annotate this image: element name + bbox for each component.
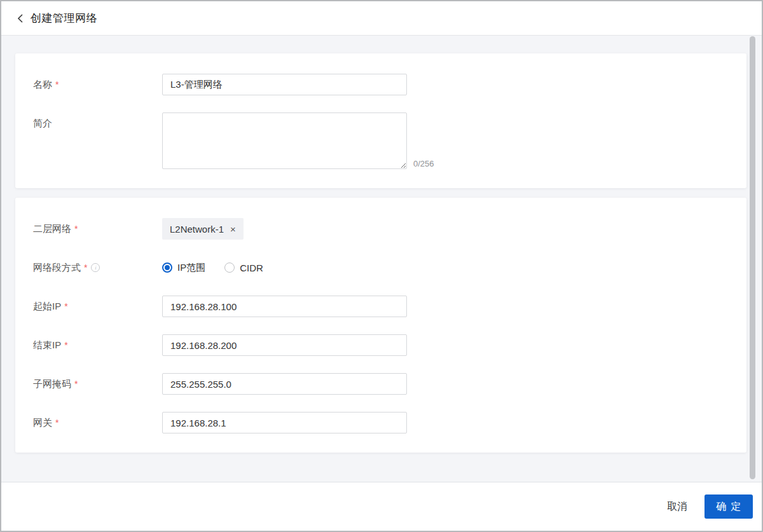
start-ip-input[interactable] <box>162 296 407 317</box>
name-input[interactable] <box>162 74 407 95</box>
description-wrap: 0/256 <box>162 113 434 169</box>
l2network-row: 二层网络 * L2Network-1 × <box>33 218 729 240</box>
required-asterisk: * <box>64 334 67 356</box>
gateway-label: 网关 * <box>33 412 162 433</box>
required-asterisk: * <box>74 373 78 395</box>
segment-mode-options: IP范围 CIDR <box>162 257 282 278</box>
page-footer: 取消 确定 <box>1 482 762 531</box>
page-header: 创建管理网络 <box>1 1 762 36</box>
radio-circle-icon <box>162 263 172 273</box>
name-row: 名称 * <box>33 74 729 95</box>
l2network-label: 二层网络 * <box>33 218 162 240</box>
netmask-label: 子网掩码 * <box>33 373 162 395</box>
end-ip-label: 结束IP * <box>33 334 162 356</box>
back-chevron-icon <box>17 13 24 24</box>
gateway-row: 网关 * <box>33 412 729 433</box>
required-asterisk: * <box>64 296 67 317</box>
segment-mode-label: 网络段方式 * i <box>33 257 162 278</box>
info-icon: i <box>91 263 100 272</box>
start-ip-label: 起始IP * <box>33 296 162 317</box>
network-config-card: 二层网络 * L2Network-1 × 网络段方式 * i IP范围 <box>15 198 746 453</box>
required-asterisk: * <box>55 412 58 433</box>
netmask-row: 子网掩码 * <box>33 373 729 395</box>
remove-tag-icon[interactable]: × <box>230 224 236 234</box>
name-label: 名称 * <box>33 74 162 95</box>
required-asterisk: * <box>55 74 58 95</box>
back-button[interactable] <box>17 13 24 24</box>
radio-cidr[interactable]: CIDR <box>224 263 263 273</box>
start-ip-row: 起始IP * <box>33 296 729 317</box>
vertical-scrollbar-thumb[interactable] <box>750 36 755 479</box>
char-counter: 0/256 <box>413 159 434 169</box>
form-content: 名称 * 简介 0/256 二层网络 * <box>1 36 762 482</box>
l2network-tag[interactable]: L2Network-1 × <box>162 218 244 240</box>
page-title: 创建管理网络 <box>31 11 97 25</box>
required-asterisk: * <box>74 218 78 240</box>
description-label: 简介 <box>33 113 162 134</box>
basic-info-card: 名称 * 简介 0/256 <box>15 53 746 188</box>
description-row: 简介 0/256 <box>33 113 729 169</box>
l2network-tag-label: L2Network-1 <box>170 224 224 235</box>
radio-ip-range[interactable]: IP范围 <box>162 262 205 274</box>
confirm-button[interactable]: 确定 <box>705 494 753 519</box>
create-network-window: 创建管理网络 名称 * 简介 0/256 <box>0 0 763 532</box>
segment-mode-row: 网络段方式 * i IP范围 CIDR <box>33 257 729 278</box>
required-asterisk: * <box>84 257 87 278</box>
end-ip-input[interactable] <box>162 334 407 356</box>
end-ip-row: 结束IP * <box>33 334 729 356</box>
description-textarea[interactable] <box>162 113 407 169</box>
cancel-button[interactable]: 取消 <box>667 500 687 514</box>
radio-circle-icon <box>224 263 235 273</box>
netmask-input[interactable] <box>162 373 407 395</box>
gateway-input[interactable] <box>162 412 407 433</box>
